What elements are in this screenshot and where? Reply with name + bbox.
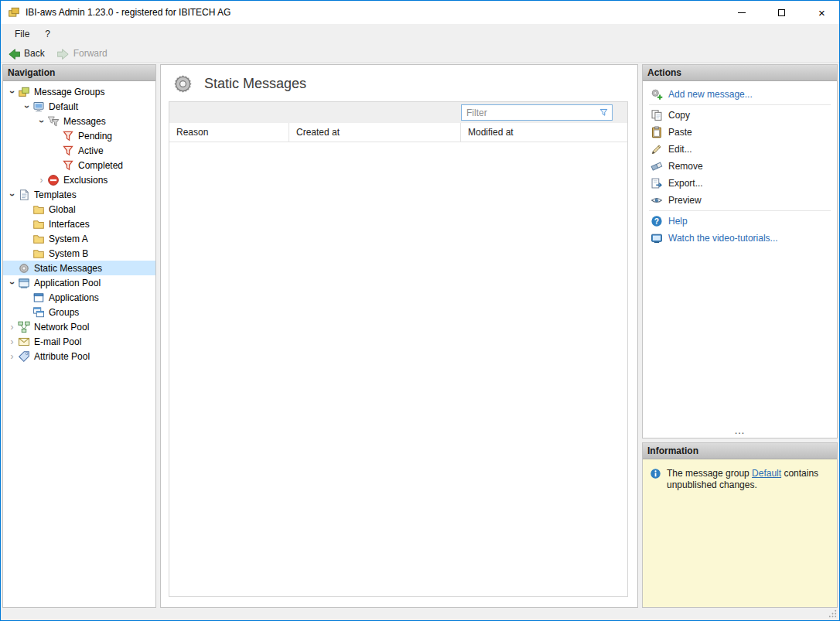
video-icon (650, 232, 663, 244)
tree-item-templates[interactable]: ›Templates (3, 187, 155, 202)
window-body: Navigation ›Message Groups›Default›Messa… (1, 63, 839, 620)
tree-item-message-groups[interactable]: ›Message Groups (3, 84, 155, 99)
close-button[interactable]: × (804, 2, 839, 24)
action-preview[interactable]: Preview (643, 192, 837, 209)
remove-icon (650, 160, 663, 172)
paste-icon (650, 126, 663, 138)
edit-icon (650, 143, 663, 155)
tree-item-system-a[interactable]: System A (3, 231, 155, 246)
action-add-new-message[interactable]: Add new message... (643, 86, 837, 103)
tree-item-groups[interactable]: Groups (3, 305, 155, 319)
tree-item-interfaces[interactable]: Interfaces (3, 217, 155, 231)
filter-funnel-icon[interactable] (599, 107, 609, 118)
back-label: Back (24, 48, 45, 59)
menubar: File ? (1, 24, 839, 44)
action-edit[interactable]: Edit... (643, 141, 837, 158)
action-watch-the-video-tutorials[interactable]: Watch the video-tutorials... (643, 230, 837, 247)
actions-splitter-grip[interactable]: … (643, 428, 837, 438)
action-label: Paste (668, 127, 692, 138)
help-icon: ? (650, 215, 663, 227)
applications-icon (32, 292, 45, 304)
tree-item-pending[interactable]: Pending (3, 128, 155, 143)
filter-input[interactable] (466, 107, 596, 118)
action-label: Preview (668, 195, 702, 206)
tree-item-active[interactable]: Active (3, 143, 155, 158)
action-copy[interactable]: Copy (643, 107, 837, 124)
message-groups-icon (18, 86, 30, 98)
chevron-collapsed-icon[interactable]: › (6, 322, 18, 333)
tree-item-label: System B (49, 248, 88, 259)
folder-icon (32, 247, 45, 260)
svg-text:?: ? (654, 217, 659, 226)
action-remove[interactable]: Remove (643, 158, 837, 175)
column-header-created-at[interactable]: Created at (289, 123, 461, 142)
tree-item-label: Pending (78, 131, 112, 142)
action-export[interactable]: Export... (643, 175, 837, 192)
toolbar: Back Forward (1, 44, 839, 63)
chevron-expanded-icon[interactable]: › (7, 277, 18, 288)
add-message-icon (650, 88, 663, 101)
window-title: IBI-aws Admin 1.23.0 - registered for IB… (26, 7, 719, 18)
chevron-expanded-icon[interactable]: › (36, 115, 47, 127)
page-title: Static Messages (204, 76, 306, 92)
actions-panel: Actions Add new message...CopyPasteEdit.… (642, 64, 838, 438)
menu-file[interactable]: File (7, 26, 37, 43)
tree-item-static-messages[interactable]: Static Messages (3, 261, 155, 275)
forward-button[interactable]: Forward (57, 47, 108, 60)
titlebar: IBI-aws Admin 1.23.0 - registered for IB… (1, 1, 839, 24)
tree-item-exclusions[interactable]: ›Exclusions (3, 172, 155, 187)
funnel-icon (62, 130, 74, 142)
tree-item-applications[interactable]: Applications (3, 290, 155, 305)
tree-item-completed[interactable]: Completed (3, 158, 155, 172)
action-help[interactable]: ?Help (643, 213, 837, 230)
chevron-collapsed-icon[interactable]: › (36, 175, 47, 186)
tree-item-label: Exclusions (63, 175, 108, 186)
tree-item-system-b[interactable]: System B (3, 246, 155, 261)
tree-item-global[interactable]: Global (3, 202, 155, 217)
chevron-collapsed-icon[interactable]: › (6, 336, 18, 347)
chevron-expanded-icon[interactable]: › (7, 189, 18, 200)
action-label: Help (668, 216, 688, 227)
information-header: Information (643, 443, 837, 459)
tree-item-label: System A (49, 234, 88, 244)
folder-icon (32, 233, 45, 245)
tree-item-label: Global (49, 204, 76, 215)
tree-item-label: Templates (34, 189, 77, 200)
tree-item-e-mail-pool[interactable]: ›E-mail Pool (3, 334, 155, 349)
resize-grip-icon[interactable] (828, 609, 838, 619)
right-column: Actions Add new message...CopyPasteEdit.… (642, 64, 838, 608)
folder-icon (32, 218, 45, 230)
tree-item-default[interactable]: ›Default (3, 99, 155, 114)
tree-item-label: Static Messages (34, 263, 102, 274)
forward-label: Forward (73, 48, 108, 59)
tree-item-label: Network Pool (34, 322, 89, 333)
main-header: Static Messages (161, 65, 637, 101)
tree-item-messages[interactable]: ›Messages (3, 114, 155, 128)
chevron-expanded-icon[interactable]: › (7, 86, 18, 97)
back-button[interactable]: Back (8, 47, 45, 60)
minimize-button[interactable] (724, 2, 759, 24)
info-text-part: The message group (667, 468, 752, 479)
menu-help[interactable]: ? (37, 26, 58, 43)
chevron-collapsed-icon[interactable]: › (6, 351, 18, 362)
tree-item-application-pool[interactable]: ›Application Pool (3, 275, 155, 290)
chevron-expanded-icon[interactable]: › (22, 101, 32, 112)
copy-icon (650, 109, 663, 121)
actions-list: Add new message...CopyPasteEdit...Remove… (643, 81, 837, 247)
groups-icon (32, 306, 45, 319)
app-icon (8, 6, 20, 19)
maximize-button[interactable] (764, 2, 799, 24)
static-messages-gear-icon (172, 73, 194, 95)
export-icon (650, 177, 663, 189)
info-link-default[interactable]: Default (752, 468, 781, 479)
tree-item-label: Default (49, 101, 78, 112)
column-header-modified-at[interactable]: Modified at (461, 123, 627, 142)
actions-separator (649, 210, 831, 211)
information-content: The message group Default contains unpub… (643, 459, 837, 500)
action-paste[interactable]: Paste (643, 124, 837, 141)
app-window: IBI-aws Admin 1.23.0 - registered for IB… (0, 0, 840, 621)
column-header-reason[interactable]: Reason (169, 123, 289, 142)
actions-spacer (643, 247, 837, 428)
tree-item-network-pool[interactable]: ›Network Pool (3, 319, 155, 334)
tree-item-attribute-pool[interactable]: ›Attribute Pool (3, 349, 155, 363)
